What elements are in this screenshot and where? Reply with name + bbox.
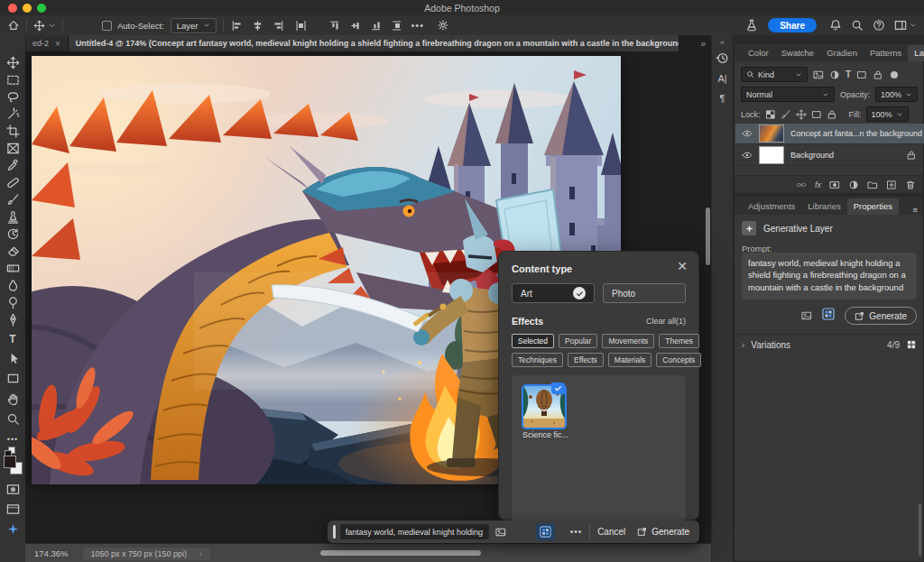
filter-shape-layers-icon[interactable] <box>856 69 867 80</box>
filter-adjustment-layers-icon[interactable] <box>829 69 840 80</box>
lock-position-icon[interactable] <box>796 109 807 120</box>
technology-previews-flask-icon[interactable] <box>745 19 758 32</box>
dodge-tool[interactable] <box>0 295 25 310</box>
close-icon[interactable]: ✕ <box>677 259 688 273</box>
layer-name[interactable]: Concept art fanta...n the background <box>790 129 922 138</box>
auto-select-target-dropdown[interactable]: Layer <box>171 18 217 33</box>
tab-swatches[interactable]: Swatche <box>775 45 820 61</box>
zoom-level-field[interactable]: 174.36% <box>34 548 69 558</box>
clone-stamp-tool[interactable] <box>0 209 25 225</box>
blend-mode-dropdown[interactable]: Normal <box>741 87 835 102</box>
marquee-tool[interactable] <box>0 72 25 88</box>
distribute-horizontal-icon[interactable] <box>295 20 307 32</box>
edit-toolbar-icon[interactable]: ••• <box>0 431 25 447</box>
chip-materials[interactable]: Materials <box>608 353 651 367</box>
link-layers-icon[interactable] <box>796 180 807 190</box>
quick-mask-mode-icon[interactable] <box>0 482 25 497</box>
new-adjustment-layer-icon[interactable] <box>848 180 859 190</box>
tab-gradients[interactable]: Gradien <box>820 45 864 61</box>
more-options-icon[interactable]: ••• <box>570 527 583 537</box>
expand-chevron-icon[interactable]: › <box>742 340 744 350</box>
tool-preset-chevron-icon[interactable] <box>48 22 56 30</box>
eraser-tool[interactable] <box>0 244 25 259</box>
workspace-settings-gear-icon[interactable] <box>437 19 449 32</box>
more-options-icon[interactable]: ••• <box>411 20 425 31</box>
screen-mode-icon[interactable] <box>0 502 25 517</box>
chip-themes[interactable]: Themes <box>659 334 699 348</box>
prompt-textarea[interactable]: fantasy world, medieval knight holding a… <box>742 253 917 299</box>
workspace-switcher-icon[interactable] <box>894 19 907 32</box>
frame-tool[interactable] <box>0 141 25 156</box>
zoom-tool[interactable] <box>0 411 25 427</box>
generative-ai-badge-icon[interactable] <box>0 521 25 537</box>
cancel-button[interactable]: Cancel <box>597 527 625 537</box>
tab-patterns[interactable]: Patterns <box>864 45 908 61</box>
reference-image-icon[interactable] <box>495 527 506 538</box>
filter-type-layers-icon[interactable]: T <box>845 69 851 79</box>
canvas-vertical-scrollbar[interactable] <box>706 207 710 265</box>
auto-select-checkbox[interactable] <box>102 21 112 31</box>
help-icon[interactable] <box>873 19 885 32</box>
layer-visibility-eye-icon[interactable] <box>742 128 753 139</box>
tab-untitled-2[interactable]: ed-2 × <box>25 35 69 51</box>
reference-image-icon[interactable] <box>801 310 812 321</box>
move-tool-icon[interactable] <box>33 20 45 32</box>
generation-settings-icon-active[interactable] <box>536 523 555 540</box>
history-brush-tool[interactable] <box>0 226 25 242</box>
align-middle-vertical-icon[interactable] <box>347 20 359 32</box>
lock-all-icon[interactable] <box>827 109 837 120</box>
chip-effects[interactable]: Effects <box>568 353 604 367</box>
align-top-icon[interactable] <box>327 20 338 32</box>
hand-tool[interactable] <box>0 392 25 407</box>
shape-tool[interactable] <box>0 371 25 386</box>
search-icon[interactable] <box>851 19 864 32</box>
align-right-icon[interactable] <box>273 20 284 32</box>
content-type-art-button[interactable]: Art <box>512 283 595 303</box>
chevron-down-icon[interactable] <box>910 22 917 29</box>
chip-selected[interactable]: Selected <box>512 334 554 348</box>
close-tab-icon[interactable]: × <box>55 39 60 49</box>
chip-concepts[interactable]: Concepts <box>656 353 701 367</box>
fill-dropdown[interactable]: 100% <box>866 106 909 122</box>
layer-row-background[interactable]: Background <box>735 145 924 166</box>
home-icon[interactable] <box>7 19 20 32</box>
delete-layer-trash-icon[interactable] <box>905 180 916 190</box>
character-panel-icon[interactable]: A| <box>712 73 733 84</box>
tab-adjustments[interactable]: Adjustments <box>742 198 801 215</box>
clear-all-link[interactable]: Clear all(1) <box>646 317 686 326</box>
panel-menu-icon[interactable]: ≡ <box>912 205 923 215</box>
tab-properties[interactable]: Properties <box>847 198 899 215</box>
layer-thumbnail[interactable] <box>759 124 784 143</box>
prompt-input[interactable] <box>340 524 489 539</box>
collapse-panels-icon[interactable]: « <box>712 38 733 47</box>
generation-settings-icon[interactable] <box>821 307 836 325</box>
tab-libraries[interactable]: Libraries <box>801 198 846 215</box>
layer-name[interactable]: Background <box>790 151 834 160</box>
filter-pixel-layers-icon[interactable] <box>813 69 824 80</box>
type-tool[interactable]: T <box>0 331 25 346</box>
tab-layers[interactable]: Layers <box>908 45 924 61</box>
eyedropper-tool[interactable] <box>0 158 25 173</box>
tab-untitled-4-active[interactable]: Untitled-4 @ 174% (Concept art fantasy w… <box>69 35 679 51</box>
chip-popular[interactable]: Popular <box>559 334 597 348</box>
crop-tool[interactable] <box>0 124 25 139</box>
move-tool[interactable] <box>0 55 25 70</box>
share-button[interactable]: Share <box>768 18 817 32</box>
layer-row-generative[interactable]: Concept art fanta...n the background <box>735 124 924 144</box>
content-type-photo-button[interactable]: Photo <box>603 283 686 303</box>
brush-tool[interactable] <box>0 192 25 207</box>
history-panel-icon[interactable] <box>712 51 733 65</box>
chip-movements[interactable]: Movements <box>602 334 654 348</box>
lock-artboard-icon[interactable] <box>811 109 822 120</box>
notifications-bell-icon[interactable] <box>829 19 842 32</box>
layer-effects-icon[interactable]: fx <box>815 180 821 189</box>
pen-tool[interactable] <box>0 312 25 327</box>
grid-view-icon[interactable] <box>906 339 917 350</box>
align-center-horizontal-icon[interactable] <box>252 20 263 32</box>
paragraph-panel-icon[interactable]: ¶ <box>712 93 733 104</box>
foreground-color-swatch[interactable] <box>4 456 16 468</box>
add-layer-mask-icon[interactable] <box>829 180 840 190</box>
generate-button[interactable]: Generate <box>637 527 699 537</box>
lock-pixels-icon[interactable] <box>781 109 791 120</box>
chip-techniques[interactable]: Techniques <box>512 353 563 367</box>
